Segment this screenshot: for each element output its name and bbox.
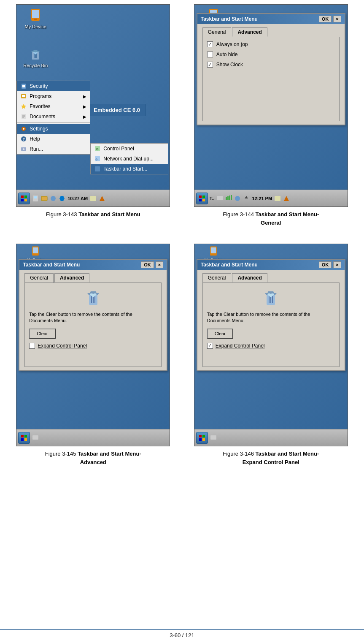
recycle-bin-label: Recycle Bin bbox=[23, 63, 48, 68]
my-device-label: My Device bbox=[25, 24, 46, 29]
menu-item-programs[interactable]: Programs ▶ bbox=[17, 91, 90, 101]
svg-rect-42 bbox=[226, 197, 227, 200]
submenu-taskbar[interactable]: Taskbar and Start... bbox=[91, 164, 168, 174]
submenu-network[interactable]: ⊙ Network and Dial-up... bbox=[91, 154, 168, 164]
fig144-bold: Taskbar and Start Menu-General bbox=[256, 211, 319, 226]
fig145-tabs: General Advanced bbox=[24, 273, 162, 282]
fig145-recycle-icon bbox=[29, 287, 157, 309]
fig144-always-top-label: Always on top bbox=[216, 41, 248, 47]
fig144-always-on-top[interactable]: Always on top bbox=[207, 41, 335, 47]
fig146-tab-general[interactable]: General bbox=[202, 273, 232, 282]
svg-text:⚙: ⚙ bbox=[96, 147, 99, 151]
svg-rect-7 bbox=[22, 95, 25, 97]
fig145-taskbar-icons bbox=[32, 434, 39, 442]
menu-item-help[interactable]: ? Help bbox=[17, 134, 90, 144]
svg-text:?: ? bbox=[23, 137, 25, 141]
fig145-start[interactable] bbox=[18, 432, 30, 444]
bottom-figures-row: My Device Taskbar and Start Menu OK × bbox=[8, 244, 356, 466]
svg-rect-38 bbox=[202, 196, 205, 198]
fig146-tab-advanced[interactable]: Advanced bbox=[232, 273, 267, 282]
menu-item-help-label: Help bbox=[30, 136, 40, 142]
svg-marker-8 bbox=[21, 104, 26, 109]
fig144-prefix: Figure 3-144 bbox=[223, 211, 255, 217]
fig144-tab-general[interactable]: General bbox=[202, 27, 232, 37]
fig146-taskbar-icons bbox=[210, 434, 217, 442]
svg-rect-29 bbox=[34, 196, 37, 198]
footer-text: 3-60 / 121 bbox=[170, 632, 194, 638]
page-content: My Device Recycle Bin bbox=[0, 0, 364, 517]
fig146-expand-checkbox[interactable] bbox=[207, 343, 213, 349]
menu-item-run[interactable]: Run... bbox=[17, 144, 90, 154]
fig146-clear-btn[interactable]: Clear bbox=[207, 329, 233, 339]
fig146-recycle-icon bbox=[207, 287, 335, 309]
fig145-close-btn[interactable]: × bbox=[156, 261, 163, 268]
fig145-clear-btn[interactable]: Clear bbox=[29, 329, 55, 339]
figure-143-caption: Figure 3-143 Taskbar and Start Menu bbox=[46, 210, 140, 219]
menu-item-settings-label: Settings bbox=[30, 126, 48, 132]
menu-item-favorites-label: Favorites bbox=[30, 103, 50, 109]
svg-marker-47 bbox=[245, 196, 248, 198]
fig146-ok-btn[interactable]: OK bbox=[319, 261, 332, 268]
fig145-taskbar bbox=[16, 429, 170, 446]
fig144-ok-btn[interactable]: OK bbox=[319, 16, 332, 22]
fig146-clear-text: Tap the Clear button to remove the conte… bbox=[207, 311, 335, 324]
fig144-auto-hide[interactable]: Auto hide bbox=[207, 52, 335, 57]
fig143-prefix: Figure 3-143 bbox=[46, 211, 78, 217]
my-device-icon: My Device bbox=[21, 8, 50, 29]
settings-submenu: ⚙ Control Panel ⊙ Network and Dial-up...… bbox=[90, 143, 168, 174]
fig145-tab-advanced[interactable]: Advanced bbox=[54, 273, 89, 282]
documents-arrow: ▶ bbox=[83, 114, 86, 119]
figure-145-caption: Figure 3-145 Taskbar and Start Menu-Adva… bbox=[45, 450, 141, 466]
menu-item-security[interactable]: Security bbox=[17, 81, 90, 91]
fig146-content: General Advanced bbox=[197, 270, 345, 370]
menu-item-settings[interactable]: Settings bbox=[17, 124, 90, 134]
fig145-expand-checkbox[interactable] bbox=[29, 343, 35, 349]
fig144-always-top-checkbox[interactable] bbox=[207, 41, 213, 47]
svg-rect-53 bbox=[24, 435, 27, 437]
fig146-dialog[interactable]: Taskbar and Start Menu OK × General Adva… bbox=[197, 259, 345, 371]
submenu-taskbar-label: Taskbar and Start... bbox=[103, 166, 147, 172]
fig144-title: Taskbar and Start Menu bbox=[201, 16, 319, 22]
fig144-tab-advanced[interactable]: Advanced bbox=[232, 27, 267, 37]
submenu-control-panel[interactable]: ⚙ Control Panel bbox=[91, 144, 168, 154]
menu-item-documents[interactable]: Documents ▶ bbox=[17, 111, 90, 122]
fig146-close-btn[interactable]: × bbox=[333, 261, 341, 268]
fig144-show-clock[interactable]: Show Clock bbox=[207, 62, 335, 68]
fig144-start[interactable] bbox=[196, 193, 208, 204]
recycle-bin-icon: Recycle Bin bbox=[21, 47, 50, 68]
fig143-taskbar-icons bbox=[32, 195, 66, 202]
fig145-tab-general[interactable]: General bbox=[24, 273, 54, 282]
fig144-show-clock-checkbox[interactable] bbox=[207, 62, 213, 68]
fig145-bold: Taskbar and Start Menu-Advanced bbox=[78, 451, 141, 465]
context-menu[interactable]: Security Programs ▶ Favorites ▶ bbox=[16, 81, 90, 155]
fig146-start[interactable] bbox=[196, 432, 208, 444]
fig144-title-btns: OK × bbox=[319, 16, 341, 22]
menu-item-run-label: Run... bbox=[30, 146, 43, 152]
fig145-ok-btn[interactable]: OK bbox=[141, 261, 154, 268]
figure-145-screenshot: My Device Taskbar and Start Menu OK × bbox=[16, 244, 170, 446]
start-button[interactable] bbox=[18, 193, 30, 204]
svg-rect-54 bbox=[21, 438, 24, 441]
fig144-dialog[interactable]: Taskbar and Start Menu OK × General Adva… bbox=[197, 13, 345, 125]
menu-item-favorites[interactable]: Favorites ▶ bbox=[17, 101, 90, 111]
figure-146-caption: Figure 3-146 Taskbar and Start Menu-Expa… bbox=[223, 450, 319, 466]
svg-rect-64 bbox=[210, 435, 216, 440]
fig146-taskbar bbox=[194, 429, 348, 446]
svg-rect-56 bbox=[32, 435, 38, 440]
fig146-title-btns: OK × bbox=[319, 261, 341, 268]
svg-rect-45 bbox=[231, 195, 232, 200]
fig145-dialog[interactable]: Taskbar and Start Menu OK × General Adva… bbox=[19, 259, 167, 371]
submenu-control-panel-label: Control Panel bbox=[103, 146, 134, 152]
bottom-spacer bbox=[8, 475, 356, 508]
fig144-close-btn[interactable]: × bbox=[333, 16, 341, 22]
fig146-expand-cp[interactable]: Expand Control Panel bbox=[207, 343, 335, 349]
svg-rect-63 bbox=[202, 438, 205, 441]
fig144-auto-hide-label: Auto hide bbox=[216, 52, 238, 57]
fig146-titlebar: Taskbar and Start Menu OK × bbox=[197, 260, 345, 270]
fig145-panel: Tap the Clear button to remove the conte… bbox=[24, 282, 162, 367]
svg-point-46 bbox=[235, 196, 240, 201]
svg-rect-33 bbox=[90, 196, 96, 201]
fig144-auto-hide-checkbox[interactable] bbox=[207, 52, 213, 57]
fig145-expand-cp[interactable]: Expand Control Panel bbox=[29, 343, 157, 349]
fig144-tabs: General Advanced bbox=[202, 27, 340, 37]
